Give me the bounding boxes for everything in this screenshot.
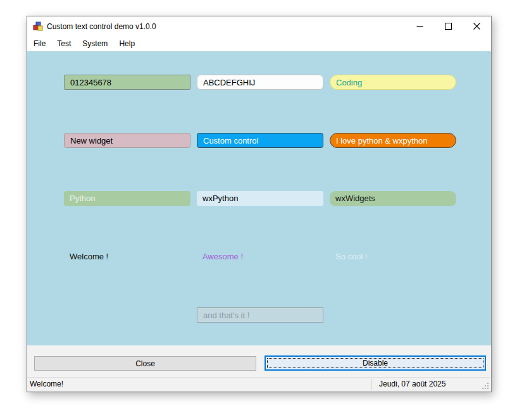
desktop: { "window": { "title": "Custom text cont… [0,0,517,420]
minimize-button[interactable] [406,16,434,36]
menu-bar: File Test System Help [27,36,491,51]
menu-test[interactable]: Test [51,37,77,51]
label-awesome: Awesome ! [197,249,323,264]
window-title: Custom text control demo v1.0.0 [47,22,156,31]
maximize-icon [445,23,452,30]
textctrl-coding[interactable]: Coding [330,75,456,90]
close-window-button[interactable] [463,16,491,36]
minimize-icon [416,23,423,30]
menu-file[interactable]: File [28,37,51,51]
app-window: Custom text control demo v1.0.0 File Tes… [27,16,492,392]
close-button[interactable]: Close [34,356,256,371]
status-message: Welcome! [30,380,63,388]
grid-empty-cell [64,307,190,323]
main-panel: 012345678 ABCDEFGHIJ Coding New widget C… [27,51,491,345]
status-date: Jeudi, 07 août 2025 [379,380,445,388]
controls-grid: 012345678 ABCDEFGHIJ Coding New widget C… [64,75,456,323]
disable-button-label: Disable [363,359,388,368]
label-so-cool: So cool ! [330,249,456,264]
textctrl-wxpython[interactable]: wxPython [197,191,323,206]
status-divider [371,379,371,390]
textctrl-wxwidgets[interactable]: wxWidgets [330,191,456,206]
close-icon [473,23,480,30]
textctrl-new-widget[interactable]: New widget [64,133,190,148]
button-row: Close Disable [27,345,491,377]
maximize-button[interactable] [434,16,463,36]
label-welcome: Welcome ! [64,249,190,264]
resize-grip-icon[interactable] [482,382,490,390]
menu-system[interactable]: System [77,37,113,51]
textctrl-numbers[interactable]: 012345678 [64,75,190,90]
textctrl-python[interactable]: Python [64,191,190,206]
status-bar: Welcome! Jeudi, 07 août 2025 [27,377,491,392]
textctrl-custom-control[interactable]: Custom control [197,133,323,148]
grid-empty-cell [330,307,456,323]
textctrl-letters[interactable]: ABCDEFGHIJ [197,75,323,90]
colored-blocks-app-icon [33,22,43,32]
title-bar[interactable]: Custom text control demo v1.0.0 [27,16,491,36]
textctrl-love-python[interactable]: I love python & wxpython [330,133,456,148]
menu-help[interactable]: Help [113,37,140,51]
textctrl-thats-it-disabled: and that's it ! [197,307,323,323]
disable-button[interactable]: Disable [265,355,486,371]
